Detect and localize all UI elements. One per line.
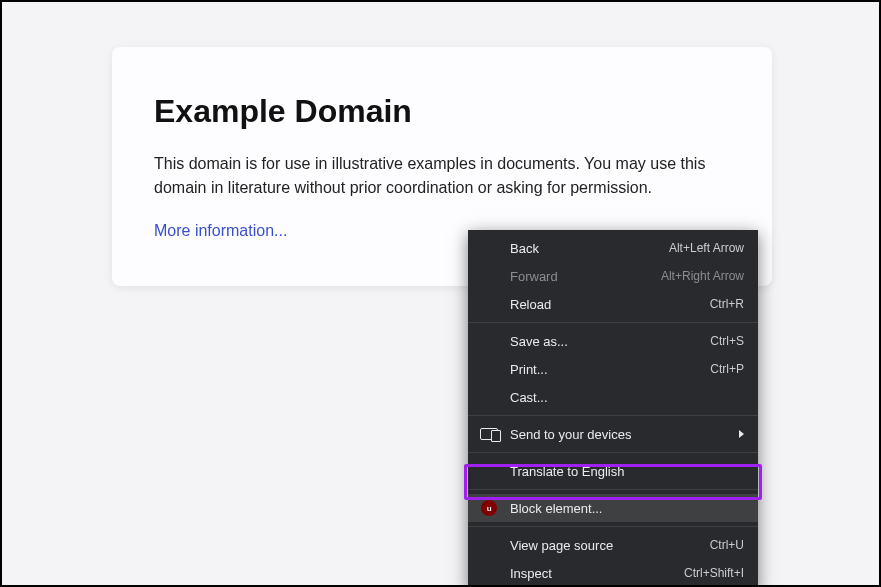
menu-reload[interactable]: Reload Ctrl+R [468, 290, 758, 318]
menu-view-source-shortcut: Ctrl+U [710, 538, 744, 552]
menu-translate[interactable]: Translate to English [468, 457, 758, 485]
menu-reload-shortcut: Ctrl+R [710, 297, 744, 311]
menu-send-devices-label: Send to your devices [510, 427, 631, 442]
menu-separator [468, 489, 758, 490]
menu-save-as-label: Save as... [510, 334, 568, 349]
menu-back[interactable]: Back Alt+Left Arrow [468, 234, 758, 262]
menu-print[interactable]: Print... Ctrl+P [468, 355, 758, 383]
menu-translate-label: Translate to English [510, 464, 624, 479]
page-paragraph: This domain is for use in illustrative e… [154, 152, 730, 200]
devices-icon [480, 425, 498, 443]
menu-print-label: Print... [510, 362, 548, 377]
menu-reload-label: Reload [510, 297, 551, 312]
menu-back-label: Back [510, 241, 539, 256]
more-info-link[interactable]: More information... [154, 222, 287, 239]
menu-separator [468, 322, 758, 323]
menu-separator [468, 526, 758, 527]
menu-forward-label: Forward [510, 269, 558, 284]
menu-inspect[interactable]: Inspect Ctrl+Shift+I [468, 559, 758, 587]
page-heading: Example Domain [154, 93, 730, 130]
context-menu: Back Alt+Left Arrow Forward Alt+Right Ar… [468, 230, 758, 587]
menu-view-source[interactable]: View page source Ctrl+U [468, 531, 758, 559]
menu-block-element[interactable]: u Block element... [468, 494, 758, 522]
menu-block-element-label: Block element... [510, 501, 603, 516]
ublock-icon: u [480, 499, 498, 517]
menu-back-shortcut: Alt+Left Arrow [669, 241, 744, 255]
menu-forward: Forward Alt+Right Arrow [468, 262, 758, 290]
menu-separator [468, 415, 758, 416]
menu-print-shortcut: Ctrl+P [710, 362, 744, 376]
menu-forward-shortcut: Alt+Right Arrow [661, 269, 744, 283]
menu-send-devices[interactable]: Send to your devices [468, 420, 758, 448]
menu-cast[interactable]: Cast... [468, 383, 758, 411]
menu-cast-label: Cast... [510, 390, 548, 405]
menu-save-as[interactable]: Save as... Ctrl+S [468, 327, 758, 355]
menu-inspect-label: Inspect [510, 566, 552, 581]
menu-save-as-shortcut: Ctrl+S [710, 334, 744, 348]
submenu-arrow-icon [739, 430, 744, 438]
menu-inspect-shortcut: Ctrl+Shift+I [684, 566, 744, 580]
menu-view-source-label: View page source [510, 538, 613, 553]
menu-separator [468, 452, 758, 453]
